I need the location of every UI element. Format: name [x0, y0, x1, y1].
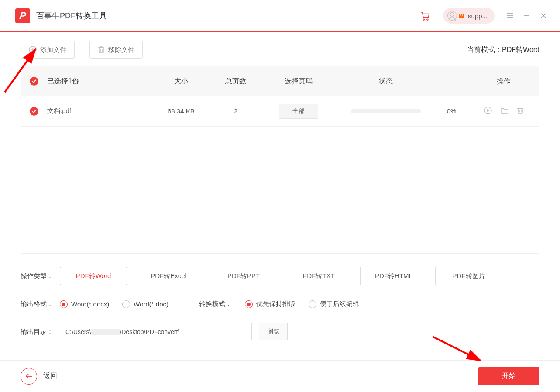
cell-pages: 2	[211, 107, 261, 115]
play-icon[interactable]	[484, 106, 492, 116]
format-doc-radio[interactable]: Word(*.doc)	[122, 300, 168, 308]
col-selected: 已选择1份	[47, 77, 151, 86]
operation-type-row: 操作类型： PDF转Word PDF转Excel PDF转PPT PDF转TXT…	[21, 267, 539, 285]
type-pdf-to-image[interactable]: PDF转图片	[435, 267, 502, 285]
user-name: supp...	[468, 12, 488, 20]
svg-marker-16	[487, 109, 489, 112]
minimize-icon[interactable]	[523, 12, 531, 20]
toolbar: 添加文件 移除文件 当前模式：PDF转Word	[0, 32, 560, 59]
cart-icon[interactable]	[419, 10, 431, 21]
table-header: 已选择1份 大小 总页数 选择页码 状态 操作	[21, 66, 539, 96]
progress-bar	[351, 109, 421, 113]
cell-size: 68.34 KB	[151, 107, 211, 115]
mode-easy-edit-radio[interactable]: 便于后续编辑	[309, 300, 359, 308]
col-size: 大小	[151, 77, 211, 86]
type-pdf-to-txt[interactable]: PDF转TXT	[285, 267, 352, 285]
back-button[interactable]	[21, 368, 37, 385]
type-pdf-to-word[interactable]: PDF转Word	[60, 267, 127, 285]
vip-badge-icon: V	[459, 14, 464, 18]
format-docx-radio[interactable]: Word(*.docx)	[60, 300, 109, 308]
divider	[502, 11, 502, 21]
options-panel: 操作类型： PDF转Word PDF转Excel PDF转PPT PDF转TXT…	[0, 254, 560, 340]
add-file-button[interactable]: 添加文件	[21, 41, 75, 59]
remove-file-button[interactable]: 移除文件	[89, 41, 143, 59]
app-logo: P	[15, 8, 30, 23]
folder-icon[interactable]	[500, 107, 509, 116]
delete-row-icon[interactable]	[517, 107, 524, 116]
user-avatar-icon	[447, 11, 457, 21]
mode-keep-layout-radio[interactable]: 优先保持排版	[245, 300, 295, 308]
svg-rect-17	[518, 108, 522, 113]
row-checkbox[interactable]	[30, 107, 38, 116]
page-range-button[interactable]: 全部	[279, 104, 318, 119]
footer: 返回 开始	[0, 360, 560, 392]
start-button[interactable]: 开始	[478, 367, 539, 385]
app-title: 百事牛PDF转换工具	[36, 10, 107, 21]
output-format-row: 输出格式： Word(*.docx) Word(*.doc) 转换模式： 优先保…	[21, 300, 539, 308]
cell-percent: 0%	[435, 107, 468, 115]
trash-icon	[98, 46, 105, 54]
app-window: P 百事牛PDF转换工具 V supp... 添加文件	[0, 0, 560, 392]
svg-point-1	[427, 19, 428, 20]
browse-button[interactable]: 浏览	[259, 323, 288, 340]
plus-circle-icon	[29, 46, 37, 54]
type-pdf-to-excel[interactable]: PDF转Excel	[135, 267, 202, 285]
arrow-left-icon	[25, 373, 33, 380]
user-pill[interactable]: V supp...	[443, 8, 495, 24]
current-mode: 当前模式：PDF转Word	[467, 45, 539, 55]
cell-filename: 文档.pdf	[47, 107, 151, 115]
col-ops: 操作	[468, 77, 539, 86]
menu-icon[interactable]	[506, 12, 514, 20]
file-table: 已选择1份 大小 总页数 选择页码 状态 操作 文档.pdf 68.34 KB …	[21, 66, 539, 254]
titlebar: P 百事牛PDF转换工具 V supp...	[0, 0, 560, 32]
convert-mode-label: 转换模式：	[199, 300, 232, 308]
table-row: 文档.pdf 68.34 KB 2 全部 0%	[21, 96, 539, 127]
svg-point-0	[423, 19, 425, 20]
type-pdf-to-ppt[interactable]: PDF转PPT	[210, 267, 277, 285]
svg-rect-11	[99, 48, 103, 53]
output-dir-input[interactable]: C:\Users\ \Desktop\PDFconvert\	[60, 323, 252, 340]
back-label: 返回	[43, 371, 57, 381]
close-icon[interactable]	[539, 12, 547, 20]
col-range: 选择页码	[260, 77, 337, 86]
col-pages: 总页数	[211, 77, 261, 86]
output-dir-row: 输出目录： C:\Users\ \Desktop\PDFconvert\ 浏览	[21, 323, 539, 340]
redacted-segment	[91, 329, 120, 335]
col-status: 状态	[337, 77, 435, 86]
select-all-checkbox[interactable]	[30, 77, 38, 86]
type-pdf-to-html[interactable]: PDF转HTML	[360, 267, 427, 285]
